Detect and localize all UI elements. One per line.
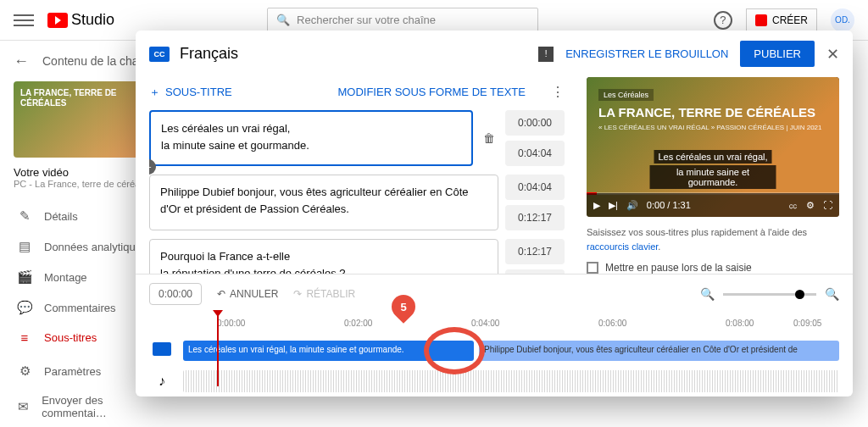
youtube-icon (47, 13, 68, 28)
player-time: 0:00 / 1:31 (647, 200, 691, 210)
volume-icon[interactable]: 🔊 (626, 200, 638, 211)
caption-overlay: Les céréales un vrai régal, la minute sa… (650, 148, 776, 190)
play-icon[interactable]: ▶ (593, 200, 600, 211)
player-subtitle: « LES CÉRÉALES UN VRAI RÉGAL » PASSION C… (598, 124, 827, 131)
zoom-in-icon[interactable]: 🔍 (825, 287, 839, 301)
search-input[interactable]: 🔍 Rechercher sur votre chaîne (267, 8, 538, 32)
sidebar-item-settings[interactable]: ⚙Paramètres (14, 356, 154, 386)
menu-icon[interactable] (14, 10, 34, 30)
annotation-circle (424, 327, 485, 374)
subtitle-row: Les céréales un vrai régal, la minute sa… (149, 110, 565, 166)
flag-icon[interactable]: ! (538, 47, 554, 62)
help-icon[interactable]: ? (714, 11, 732, 30)
subtitle-row: Philippe Dubief bonjour, vous êtes agric… (149, 175, 565, 230)
redo-icon: ↷ (293, 288, 302, 300)
video-thumbnail[interactable]: LA FRANCE, TERRE DE CÉRÉALES (14, 81, 149, 158)
shortcuts-link[interactable]: raccourcis clavier (587, 241, 658, 252)
cc-toggle-icon[interactable]: ㏄ (788, 199, 798, 212)
publish-button[interactable]: PUBLIER (740, 41, 815, 67)
brand-label: Les Céréales (598, 89, 654, 101)
subtitle-text-input[interactable]: Pourquoi la France a-t-elle la réputatio… (149, 239, 498, 274)
cc-icon: CC (149, 47, 170, 62)
plus-icon: ＋ (149, 85, 160, 100)
video-label: Votre vidéo (14, 166, 154, 179)
undo-icon: ↶ (217, 288, 225, 300)
pause-label: Mettre en pause lors de la saisie (605, 262, 752, 274)
start-time-input[interactable]: 0:00:00 (505, 110, 565, 136)
zoom-out-icon[interactable]: 🔍 (700, 287, 715, 301)
sidebar-item-details[interactable]: ✎Détails (14, 201, 154, 231)
sidebar-item-subtitles[interactable]: ≡Sous-titres (14, 323, 154, 352)
next-icon[interactable]: ▶| (609, 200, 618, 211)
pencil-icon: ✎ (17, 208, 32, 224)
player-title: LA FRANCE, TERRE DE CÉRÉALES (598, 104, 827, 121)
create-icon (755, 14, 767, 26)
playhead[interactable] (217, 312, 219, 386)
start-time-input[interactable]: 0:04:04 (505, 175, 565, 200)
more-icon[interactable]: ⋮ (546, 84, 570, 100)
search-icon: 🔍 (276, 14, 290, 26)
waveform[interactable] (183, 370, 839, 392)
end-time-input[interactable]: 0:12:17 (505, 205, 565, 230)
timeline-ruler[interactable]: 0:00:00 0:02:00 0:04:00 0:06:00 0:08:00 … (149, 312, 839, 332)
zoom-slider[interactable] (723, 293, 816, 296)
redo-button[interactable]: ↷RÉTABLIR (293, 288, 355, 300)
sidebar-item-analytics[interactable]: ▤Données analytiques (14, 231, 154, 262)
edit-as-text-button[interactable]: MODIFIER SOUS FORME DE TEXTE (337, 86, 526, 98)
audio-track-icon: ♪ (149, 374, 175, 389)
subtitle-track-icon (149, 342, 175, 359)
subtitles-modal: CC Français ! ENREGISTRER LE BROUILLON P… (136, 30, 853, 396)
video-subtitle: PC - La France, terre de céréales (14, 179, 154, 189)
subtitle-row: Pourquoi la France a-t-elle la réputatio… (149, 239, 565, 274)
create-button[interactable]: CRÉER (746, 8, 817, 32)
back-arrow-icon[interactable]: ← (14, 53, 29, 70)
start-time-input[interactable]: 0:12:17 (505, 239, 565, 264)
settings-icon[interactable]: ⚙ (806, 200, 815, 211)
avatar[interactable]: OD. (831, 8, 854, 32)
video-player[interactable]: Les Céréales LA FRANCE, TERRE DE CÉRÉALE… (587, 77, 839, 217)
editor-icon: 🎬 (17, 269, 32, 285)
timeline-current-input[interactable]: 0:00:00 (149, 283, 202, 305)
subtitle-text-input[interactable]: Les céréales un vrai régal, la minute sa… (149, 110, 473, 166)
sidebar-item-feedback[interactable]: ✉Envoyer des commentai… (14, 386, 154, 427)
comments-icon: 💬 (17, 300, 32, 315)
save-draft-button[interactable]: ENREGISTRER LE BROUILLON (565, 47, 728, 60)
analytics-icon: ▤ (17, 239, 32, 254)
hint-text: Saisissez vos sous-titres plus rapidemen… (587, 225, 839, 253)
gear-icon: ⚙ (17, 363, 32, 379)
subtitle-text-input[interactable]: Philippe Dubief bonjour, vous êtes agric… (149, 175, 498, 230)
sidebar-item-editor[interactable]: 🎬Montage (14, 262, 154, 292)
logo-text: Studio (71, 11, 114, 29)
fullscreen-icon[interactable]: ⛶ (823, 200, 832, 210)
studio-logo[interactable]: Studio (47, 11, 114, 29)
sidebar-item-comments[interactable]: 💬Commentaires (14, 292, 154, 323)
close-icon[interactable]: ✕ (826, 45, 839, 64)
end-time-input[interactable]: 0:04:04 (505, 141, 565, 166)
delete-icon[interactable]: 🗑 (480, 131, 498, 145)
timeline-segment[interactable]: Philippe Dubief bonjour, vous êtes agric… (479, 341, 839, 361)
add-subtitle-button[interactable]: ＋SOUS-TITRE (149, 85, 232, 100)
pause-checkbox[interactable] (587, 262, 598, 274)
modal-title: Français (180, 45, 238, 63)
end-time-input[interactable]: 0:16:10 (505, 269, 565, 274)
feedback-icon: ✉ (17, 399, 30, 414)
undo-button[interactable]: ↶ANNULER (217, 288, 278, 300)
subtitles-icon: ≡ (17, 330, 32, 345)
